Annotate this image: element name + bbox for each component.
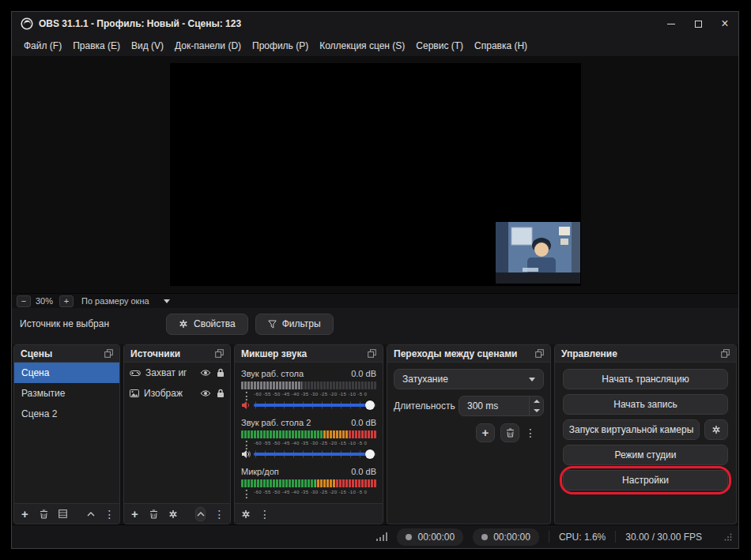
advanced-audio-button[interactable] bbox=[240, 509, 251, 519]
slider-handle[interactable] bbox=[365, 449, 375, 459]
dock-area: Сцены Сцена Размытие Сцена 2 + bbox=[12, 344, 738, 524]
scene-item[interactable]: Сцена 2 bbox=[14, 404, 119, 424]
menu-docks[interactable]: Док-панели (D) bbox=[169, 38, 247, 54]
image-source-preview[interactable] bbox=[496, 222, 580, 284]
obs-logo-icon bbox=[21, 17, 33, 30]
channel-menu-button[interactable]: ⋮ bbox=[241, 440, 252, 449]
source-properties-button[interactable] bbox=[168, 509, 178, 519]
lock-icon[interactable] bbox=[217, 368, 225, 378]
volume-meter bbox=[241, 479, 376, 487]
chevron-down-icon[interactable] bbox=[164, 299, 170, 303]
chevron-down-icon bbox=[534, 409, 540, 412]
chevron-up-icon bbox=[197, 512, 205, 517]
zoom-in-button[interactable]: + bbox=[59, 295, 74, 307]
duration-spinner[interactable]: 300 ms bbox=[459, 396, 544, 416]
slider-handle[interactable] bbox=[365, 400, 375, 410]
sources-title: Источники bbox=[130, 348, 180, 359]
lock-icon[interactable] bbox=[217, 389, 225, 398]
transition-select[interactable]: Затухание bbox=[394, 369, 544, 389]
controls-title: Управление bbox=[561, 348, 617, 359]
menu-tools[interactable]: Сервис (T) bbox=[410, 38, 469, 54]
scenes-menu-button[interactable]: ⋮ bbox=[104, 509, 115, 519]
duration-value: 300 ms bbox=[459, 400, 529, 412]
transitions-dock-header[interactable]: Переходы между сценами bbox=[387, 345, 550, 363]
sources-toolbar: + ⋮ bbox=[124, 503, 230, 524]
scenes-dock-header[interactable]: Сцены bbox=[14, 345, 119, 363]
start-recording-button[interactable]: Начать запись bbox=[563, 394, 728, 415]
spinner-down-button[interactable] bbox=[530, 406, 543, 415]
mute-button-muted[interactable] bbox=[241, 400, 251, 410]
resize-grip[interactable] bbox=[724, 533, 732, 541]
sources-menu-button[interactable]: ⋮ bbox=[214, 509, 225, 519]
scene-item-selected[interactable]: Сцена bbox=[14, 363, 119, 383]
maximize-button[interactable] bbox=[685, 12, 711, 36]
remove-source-button[interactable] bbox=[149, 509, 159, 519]
preview-canvas[interactable] bbox=[170, 63, 581, 286]
controls-dock-header[interactable]: Управление bbox=[555, 345, 736, 363]
spinner-up-button[interactable] bbox=[530, 397, 543, 406]
settings-button[interactable]: Настройки bbox=[563, 470, 728, 490]
chevron-up-icon bbox=[87, 512, 95, 517]
start-streaming-button[interactable]: Начать трансляцию bbox=[563, 369, 728, 389]
source-item-image[interactable]: Изображ bbox=[124, 383, 230, 404]
zoom-out-button[interactable]: − bbox=[17, 295, 31, 307]
volume-meter bbox=[241, 430, 376, 438]
popout-icon[interactable] bbox=[721, 349, 730, 358]
gear-icon bbox=[179, 319, 188, 329]
channel-menu-button[interactable]: ⋮ bbox=[241, 489, 252, 498]
scene-item[interactable]: Размытие bbox=[14, 383, 119, 404]
menu-scene-collection[interactable]: Коллекция сцен (S) bbox=[314, 38, 410, 54]
mixer-dock-header[interactable]: Микшер звука bbox=[235, 345, 383, 363]
scene-filters-button[interactable] bbox=[58, 509, 68, 518]
mute-button[interactable] bbox=[241, 449, 251, 459]
studio-mode-button[interactable]: Режим студии bbox=[563, 445, 728, 465]
remove-scene-button[interactable] bbox=[39, 509, 49, 519]
record-timer: 00:00:00 bbox=[473, 528, 539, 546]
minimize-button[interactable] bbox=[658, 12, 685, 36]
add-source-button[interactable]: + bbox=[130, 509, 140, 519]
add-transition-button[interactable]: + bbox=[476, 423, 495, 442]
game-capture-icon bbox=[130, 369, 141, 377]
move-source-up-button[interactable] bbox=[195, 507, 206, 521]
sources-dock: Источники Захват иг bbox=[123, 344, 231, 524]
sources-dock-header[interactable]: Источники bbox=[124, 345, 230, 363]
trash-icon bbox=[149, 509, 158, 519]
visibility-eye-icon[interactable] bbox=[200, 389, 211, 397]
popout-icon[interactable] bbox=[104, 349, 113, 358]
fit-mode-select[interactable]: По размеру окна bbox=[81, 296, 149, 306]
titlebar[interactable]: OBS 31.1.1 - Профиль: Новый - Сцены: 123… bbox=[12, 12, 738, 36]
volume-slider[interactable] bbox=[254, 447, 376, 460]
menu-help[interactable]: Справка (H) bbox=[469, 38, 533, 54]
move-scene-up-button[interactable] bbox=[85, 512, 96, 517]
properties-label: Свойства bbox=[194, 318, 236, 329]
meter-scale: -60 -55 -50 -45 -40 -35 -30 -25 -20 -15 … bbox=[254, 390, 376, 398]
remove-transition-button[interactable] bbox=[500, 423, 519, 442]
popout-icon[interactable] bbox=[368, 349, 376, 358]
virtual-camera-button[interactable]: Запуск виртуальной камеры bbox=[563, 419, 700, 440]
popout-icon[interactable] bbox=[535, 349, 544, 358]
channel-db: 0.0 dB bbox=[351, 467, 376, 476]
close-button[interactable]: × bbox=[711, 12, 738, 36]
menu-file[interactable]: Файл (F) bbox=[18, 38, 67, 54]
image-source-icon bbox=[130, 389, 139, 397]
properties-button[interactable]: Свойства bbox=[166, 314, 248, 335]
menu-profile[interactable]: Профиль (P) bbox=[247, 38, 314, 54]
popout-icon[interactable] bbox=[215, 349, 224, 358]
menu-edit[interactable]: Правка (E) bbox=[67, 38, 126, 54]
virtual-camera-config-button[interactable] bbox=[704, 419, 728, 440]
menu-view[interactable]: Вид (V) bbox=[126, 38, 169, 54]
slider-fill bbox=[254, 404, 370, 407]
trash-icon bbox=[506, 428, 515, 438]
volume-slider[interactable] bbox=[254, 398, 376, 412]
transitions-menu-button[interactable]: ⋮ bbox=[525, 428, 536, 438]
filters-button[interactable]: Фильтры bbox=[255, 314, 334, 335]
transitions-title: Переходы между сценами bbox=[394, 348, 517, 359]
mixer-channel-desktop-2: Звук раб. стола 2 0.0 dB ⋮ bbox=[235, 412, 383, 460]
mixer-menu-button[interactable]: ⋮ bbox=[259, 509, 270, 519]
channel-menu-button[interactable]: ⋮ bbox=[241, 391, 252, 400]
network-bars-icon bbox=[376, 532, 387, 541]
source-item-game-capture[interactable]: Захват иг bbox=[124, 363, 230, 383]
add-scene-button[interactable]: + bbox=[20, 509, 30, 519]
visibility-eye-icon[interactable] bbox=[200, 369, 211, 377]
audio-mixer-dock: Микшер звука Звук раб. стола 0.0 dB ⋮ bbox=[234, 344, 383, 524]
